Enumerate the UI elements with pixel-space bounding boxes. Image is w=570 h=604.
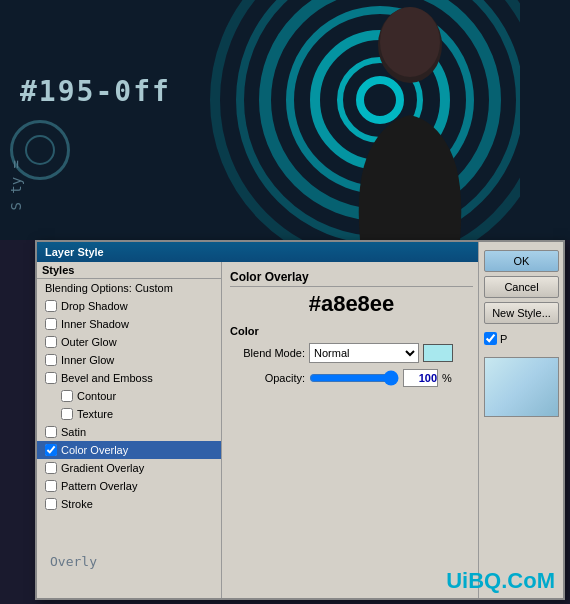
blending-options-item[interactable]: Blending Options: Custom <box>37 279 221 297</box>
outer-glow-item[interactable]: Outer Glow <box>37 333 221 351</box>
new-style-button[interactable]: New Style... <box>484 302 559 324</box>
inner-shadow-checkbox[interactable] <box>45 318 57 330</box>
preview-thumbnail <box>484 357 559 417</box>
inner-glow-checkbox[interactable] <box>45 354 57 366</box>
opacity-slider[interactable] <box>309 371 399 385</box>
pattern-overlay-item[interactable]: Pattern Overlay <box>37 477 221 495</box>
layer-style-dialog: Layer Style Styles Blending Options: Cus… <box>35 240 565 600</box>
opacity-input[interactable]: 100 <box>403 369 438 387</box>
pattern-overlay-checkbox[interactable] <box>45 480 57 492</box>
side-decoration: S ty = <box>8 160 24 211</box>
stroke-item[interactable]: Stroke <box>37 495 221 513</box>
blend-mode-label: Blend Mode: <box>230 347 305 359</box>
hex-color-display: #a8e8ee <box>230 291 473 317</box>
blend-mode-row: Blend Mode: Normal Multiply Screen Overl… <box>230 343 473 363</box>
dialog-title: Layer Style <box>45 246 104 258</box>
gradient-overlay-item[interactable]: Gradient Overlay <box>37 459 221 477</box>
styles-panel: Styles Blending Options: Custom Drop Sha… <box>37 262 222 598</box>
texture-checkbox[interactable] <box>61 408 73 420</box>
cancel-button[interactable]: Cancel <box>484 276 559 298</box>
opacity-label: Opacity: <box>230 372 305 384</box>
text-overlay: #195-0ff <box>20 75 171 108</box>
inner-shadow-item[interactable]: Inner Shadow <box>37 315 221 333</box>
preview-checkbox-row: P <box>484 332 558 345</box>
color-swatch[interactable] <box>423 344 453 362</box>
percent-label: % <box>442 372 452 384</box>
texture-item[interactable]: Texture <box>37 405 221 423</box>
opacity-row: Opacity: 100 % <box>230 369 473 387</box>
sub-section-title: Color <box>230 325 473 337</box>
contour-checkbox[interactable] <box>61 390 73 402</box>
stroke-checkbox[interactable] <box>45 498 57 510</box>
preview-label: P <box>500 333 507 345</box>
color-overlay-checkbox[interactable] <box>45 444 57 456</box>
outer-glow-checkbox[interactable] <box>45 336 57 348</box>
watermark: UiBQ.CoM <box>446 568 555 594</box>
section-title: Color Overlay <box>230 270 473 287</box>
gradient-overlay-checkbox[interactable] <box>45 462 57 474</box>
bevel-emboss-checkbox[interactable] <box>45 372 57 384</box>
contour-item[interactable]: Contour <box>37 387 221 405</box>
person-silhouette <box>330 0 490 240</box>
background-area: #195-0ff S ty = <box>0 0 570 240</box>
preview-checkbox[interactable] <box>484 332 497 345</box>
blend-mode-select[interactable]: Normal Multiply Screen Overlay <box>309 343 419 363</box>
satin-item[interactable]: Satin <box>37 423 221 441</box>
inner-glow-item[interactable]: Inner Glow <box>37 351 221 369</box>
drop-shadow-item[interactable]: Drop Shadow <box>37 297 221 315</box>
satin-checkbox[interactable] <box>45 426 57 438</box>
color-overlay-item[interactable]: Color Overlay <box>37 441 221 459</box>
ok-button[interactable]: OK <box>484 250 559 272</box>
bevel-emboss-item[interactable]: Bevel and Emboss <box>37 369 221 387</box>
styles-header[interactable]: Styles <box>37 262 221 279</box>
bottom-text: Overly <box>50 554 97 569</box>
dialog-buttons-panel: OK Cancel New Style... P <box>478 242 563 598</box>
dialog-content: Styles Blending Options: Custom Drop Sha… <box>37 262 563 598</box>
svg-point-8 <box>380 7 440 77</box>
drop-shadow-checkbox[interactable] <box>45 300 57 312</box>
